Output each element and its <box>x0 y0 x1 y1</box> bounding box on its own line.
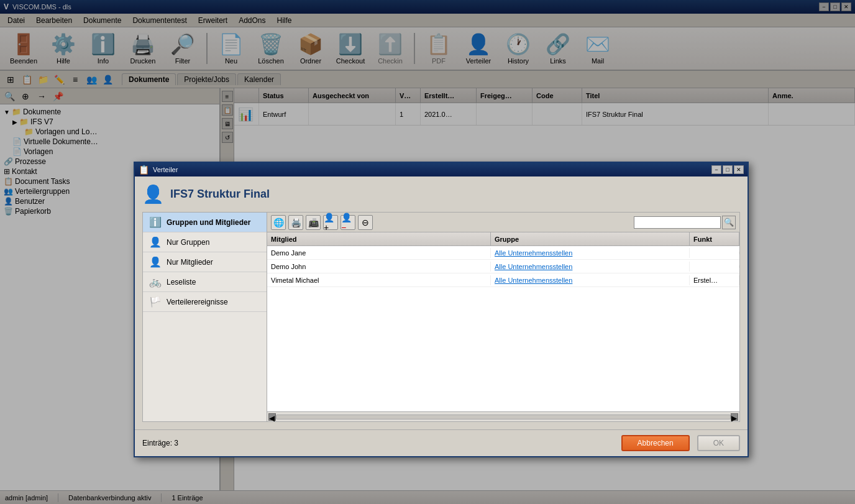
ok-button[interactable]: OK <box>697 435 740 451</box>
modal-cell-funktion-3: Erstel… <box>690 275 739 285</box>
table-empty-space <box>267 287 739 411</box>
modal-title-icon: 📋 <box>139 165 149 175</box>
modal-person-icon: 👤 <box>142 184 164 204</box>
search-input[interactable] <box>634 216 721 229</box>
scroll-left-btn[interactable]: ◀ <box>268 413 276 421</box>
scroll-track[interactable] <box>276 415 731 419</box>
modal-title-left: 📋 Verteiler <box>139 165 178 175</box>
nav-label-leseliste: Leseliste <box>167 278 196 286</box>
nav-nur-mitglieder[interactable]: 👤 Nur Mitglieder <box>143 252 267 272</box>
modal-circle-minus-btn[interactable]: ⊖ <box>358 215 373 230</box>
modal-doc-title: IFS7 Struktur Final <box>170 188 270 201</box>
nav-info-icon: ℹ️ <box>149 216 162 228</box>
entries-label: Einträge: 3 <box>142 439 178 447</box>
modal-table-header: Mitglied Gruppe Funkt <box>267 232 739 246</box>
nav-nur-gruppen[interactable]: 👤 Nur Gruppen <box>143 232 267 252</box>
search-box: 🔍 <box>634 216 736 229</box>
modal-col-gruppe: Gruppe <box>491 232 690 245</box>
modal-close-btn[interactable]: ✕ <box>734 165 744 174</box>
modal-inner-toolbar: 🌐 🖨️ 📠 👤+ 👤− ⊖ 🔍 <box>267 213 739 232</box>
modal-cell-gruppe-1: Alle Unternehmensstellen <box>491 248 690 258</box>
cancel-button[interactable]: Abbrechen <box>621 435 690 451</box>
nav-group-icon: 👤 <box>149 236 162 248</box>
nav-flag-icon: 🏳️ <box>149 296 162 308</box>
modal-col-mitglied: Mitglied <box>267 232 491 245</box>
nav-member-icon: 👤 <box>149 256 162 268</box>
modal-cell-gruppe-2: Alle Unternehmensstellen <box>491 262 690 272</box>
modal-footer-buttons: Abbrechen OK <box>621 435 740 451</box>
modal-min-btn[interactable]: − <box>711 165 721 174</box>
modal-row-3[interactable]: Vimetal Michael Alle Unternehmensstellen… <box>267 273 739 287</box>
search-button[interactable]: 🔍 <box>722 216 736 229</box>
modal-cell-mitglied-2: Demo John <box>267 262 491 272</box>
nav-label-nur-gruppen: Nur Gruppen <box>167 238 209 247</box>
modal-add-user-btn[interactable]: 👤+ <box>323 215 338 230</box>
modal-left-nav: ℹ️ Gruppen und Mitglieder 👤 Nur Gruppen … <box>142 212 267 422</box>
modal-max-btn[interactable]: □ <box>723 165 733 174</box>
modal-print-btn[interactable]: 🖨️ <box>288 215 303 230</box>
modal-table-body: Demo Jane Alle Unternehmensstellen Demo … <box>267 246 739 411</box>
modal-col-funktion: Funkt <box>690 232 739 245</box>
scroll-right-btn[interactable]: ▶ <box>731 413 738 421</box>
nav-bike-icon: 🚲 <box>149 276 162 288</box>
nav-label-nur-mitglieder: Nur Mitglieder <box>167 258 213 267</box>
modal-cell-mitglied-1: Demo Jane <box>267 248 491 258</box>
modal-body: 👤 IFS7 Struktur Final ℹ️ Gruppen und Mit… <box>135 176 748 429</box>
modal-row-1[interactable]: Demo Jane Alle Unternehmensstellen <box>267 246 739 260</box>
modal-fax-btn[interactable]: 📠 <box>306 215 321 230</box>
modal-header-row: 👤 IFS7 Struktur Final <box>142 184 740 204</box>
modal-verteiler: 📋 Verteiler − □ ✕ 👤 IFS7 Struktur Final … <box>134 162 749 457</box>
modal-title-text: Verteiler <box>153 166 178 173</box>
modal-scrollbar[interactable]: ◀ ▶ <box>267 411 739 421</box>
nav-leseliste[interactable]: 🚲 Leseliste <box>143 272 267 292</box>
modal-content: ℹ️ Gruppen und Mitglieder 👤 Nur Gruppen … <box>142 212 740 422</box>
modal-globe-btn[interactable]: 🌐 <box>271 215 286 230</box>
nav-gruppen-mitglieder[interactable]: ℹ️ Gruppen und Mitglieder <box>143 213 267 232</box>
modal-cell-funktion-2 <box>690 265 739 268</box>
modal-cell-gruppe-3: Alle Unternehmensstellen <box>491 275 690 285</box>
nav-label-ereignisse: Verteilerereignisse <box>167 298 228 306</box>
modal-cell-mitglied-3: Vimetal Michael <box>267 275 491 285</box>
modal-row-2[interactable]: Demo John Alle Unternehmensstellen <box>267 260 739 273</box>
modal-cell-funktion-1 <box>690 252 739 254</box>
nav-label-gruppen: Gruppen und Mitglieder <box>167 218 250 227</box>
modal-title-bar: 📋 Verteiler − □ ✕ <box>135 163 748 176</box>
nav-ereignisse[interactable]: 🏳️ Verteilerereignisse <box>143 292 267 312</box>
modal-remove-user-btn[interactable]: 👤− <box>341 215 355 230</box>
modal-footer: Einträge: 3 Abbrechen OK <box>135 429 748 456</box>
modal-title-controls: − □ ✕ <box>711 165 744 174</box>
modal-right-content: 🌐 🖨️ 📠 👤+ 👤− ⊖ 🔍 Mitglied Gruppe Funkt <box>267 212 740 422</box>
